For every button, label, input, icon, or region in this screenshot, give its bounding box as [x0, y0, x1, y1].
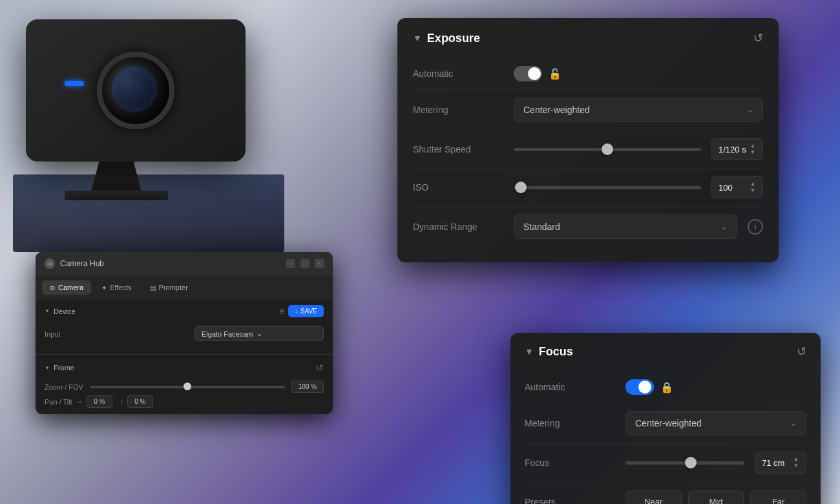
pan-arrows-icon: ↔ [76, 398, 83, 405]
focus-automatic-toggle[interactable] [625, 379, 654, 395]
lock-icon: 🔓 [549, 68, 562, 80]
metering-row: Metering Center-weighted ⌄ [413, 90, 763, 131]
tilt-arrows-icon: ↕ [120, 398, 123, 405]
focus-lock-icon: 🔒 [660, 381, 673, 394]
chevron-down-icon: ⌄ [721, 222, 728, 231]
tab-camera[interactable]: ⊙ Camera [42, 280, 91, 295]
prompter-icon: ▤ [150, 284, 156, 291]
monitor [13, 174, 284, 252]
iso-slider[interactable] [514, 186, 701, 189]
focus-collapse-arrow[interactable]: ▼ [525, 346, 534, 357]
focus-panel: ▼ Focus ↺ Automatic 🔒 Metering Center-we… [510, 333, 821, 504]
iso-stepper[interactable]: ▲ ▼ [750, 181, 756, 194]
preset-buttons: Near Mid Far [625, 490, 806, 504]
collapse-arrow[interactable]: ▼ [45, 308, 50, 314]
metering-dropdown[interactable]: Center-weighted ⌄ [514, 98, 763, 122]
preset-mid-button[interactable]: Mid [688, 490, 744, 504]
chevron-down-icon: ⌄ [257, 330, 262, 338]
shutter-stepper[interactable]: ▲ ▼ [750, 143, 756, 156]
zoom-value: 100 % [291, 381, 324, 393]
frame-section-title: ▼ Frame [45, 364, 74, 372]
camera-icon: ⊙ [50, 284, 55, 291]
preset-far-button[interactable]: Far [750, 490, 806, 504]
maximize-button[interactable]: □ [300, 259, 310, 268]
save-button[interactable]: ↓ SAVE [288, 305, 324, 317]
iso-slider-area [514, 186, 701, 189]
shutter-thumb[interactable] [602, 143, 613, 155]
zoom-thumb[interactable] [184, 383, 191, 390]
tab-prompter[interactable]: ▤ Prompter [142, 280, 196, 295]
device-section-actions: ≡ ↓ SAVE [279, 305, 324, 317]
focus-metering-dropdown[interactable]: Center-weighted ⌄ [625, 411, 806, 436]
preset-near-button[interactable]: Near [625, 490, 682, 504]
device-content: Input Elgato Facecam ⌄ [36, 322, 333, 352]
chevron-down-icon: ⌄ [790, 419, 797, 428]
download-icon: ↓ [295, 308, 298, 315]
close-button[interactable]: ✕ [315, 259, 324, 268]
chevron-down-icon: ⌄ [747, 105, 753, 114]
focus-up-button[interactable]: ▲ [793, 456, 799, 463]
input-select[interactable]: Elgato Facecam ⌄ [194, 326, 324, 341]
exposure-reset-button[interactable]: ↺ [753, 31, 763, 45]
webcam-area [0, 0, 362, 258]
tilt-value: 0 % [127, 395, 153, 408]
tab-effects[interactable]: ✦ Effects [94, 280, 139, 295]
shutter-slider[interactable] [514, 148, 701, 151]
focus-toggle-thumb [638, 381, 651, 394]
reset-frame-icon[interactable]: ↺ [316, 362, 324, 373]
dynamic-range-row: Dynamic Range Standard ⌄ i [413, 207, 763, 247]
app-icon: ◎ [45, 258, 55, 269]
webcam-lens-inner [112, 67, 157, 112]
focus-down-button[interactable]: ▼ [793, 463, 799, 469]
shutter-slider-area [514, 148, 701, 151]
shutter-value-box: 1/120 s ▲ ▼ [711, 138, 763, 160]
focus-reset-button[interactable]: ↺ [797, 344, 806, 359]
exposure-collapse-arrow[interactable]: ▼ [413, 33, 422, 43]
effects-icon: ✦ [101, 284, 107, 291]
frame-section-header: ▼ Frame ↺ [36, 357, 333, 378]
shutter-up-button[interactable]: ▲ [750, 143, 756, 149]
shutter-down-button[interactable]: ▼ [750, 149, 756, 156]
webcam-body [26, 19, 246, 162]
automatic-toggle-container: 🔓 [514, 66, 562, 81]
info-icon[interactable]: i [748, 219, 763, 235]
focus-slider[interactable] [625, 461, 744, 465]
focus-slider-row: Focus 71 cm ▲ ▼ [525, 444, 806, 482]
focus-thumb[interactable] [685, 457, 697, 468]
focus-slider-area [625, 461, 744, 465]
collapse-arrow-frame[interactable]: ▼ [45, 365, 50, 371]
focus-metering-row: Metering Center-weighted ⌄ [525, 403, 806, 444]
shutter-speed-row: Shutter Speed 1/120 s ▲ ▼ [413, 131, 763, 169]
pan-value: 0 % [87, 395, 112, 408]
minimize-button[interactable]: — [286, 259, 295, 268]
filter-icon[interactable]: ≡ [279, 306, 284, 317]
camera-hub-window: ◎ Camera Hub — □ ✕ ⊙ Camera ✦ Effects ▤ … [36, 252, 333, 414]
window-controls: — □ ✕ [286, 259, 324, 268]
tab-bar: ⊙ Camera ✦ Effects ▤ Prompter [36, 275, 333, 300]
automatic-toggle[interactable] [514, 66, 542, 81]
focus-automatic-row: Automatic 🔒 [525, 372, 806, 403]
device-section-title: ▼ Device [45, 308, 76, 315]
exposure-panel: ▼ Exposure ↺ Automatic 🔓 Metering Center… [397, 18, 779, 262]
iso-down-button[interactable]: ▼ [750, 187, 756, 194]
focus-value-box: 71 cm ▲ ▼ [755, 452, 806, 474]
pan-tilt-row: Pan / Tilt ↔ 0 % ↕ 0 % [45, 395, 324, 408]
frame-content: Zoom / FOV 100 % Pan / Tilt ↔ 0 % ↕ 0 % [36, 378, 333, 414]
iso-thumb[interactable] [515, 182, 527, 193]
titlebar: ◎ Camera Hub — □ ✕ [36, 252, 333, 275]
input-row: Input Elgato Facecam ⌄ [45, 322, 324, 345]
focus-header: ▼ Focus ↺ [525, 344, 806, 359]
focus-stepper[interactable]: ▲ ▼ [793, 456, 799, 469]
divider [36, 354, 333, 355]
iso-up-button[interactable]: ▲ [750, 181, 756, 187]
exposure-title: ▼ Exposure [413, 32, 480, 45]
hub-title: Camera Hub [60, 259, 281, 268]
iso-row: ISO 100 ▲ ▼ [413, 169, 763, 207]
presets-row: Presets Near Mid Far [525, 482, 806, 504]
focus-title: ▼ Focus [525, 345, 573, 359]
webcam-led [65, 81, 84, 86]
webcam-lens [97, 52, 174, 129]
zoom-slider[interactable] [90, 386, 285, 388]
webcam-base [65, 191, 168, 200]
dynamic-range-dropdown[interactable]: Standard ⌄ [514, 215, 737, 239]
